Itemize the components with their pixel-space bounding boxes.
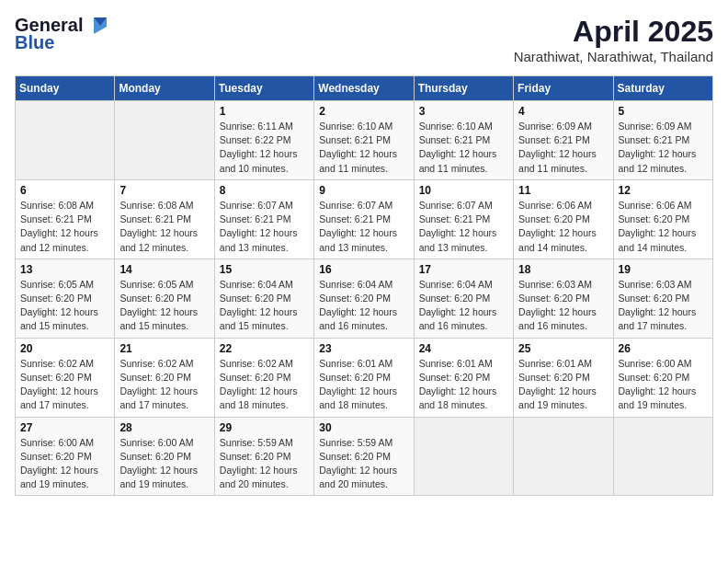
title-block: April 2025 Narathiwat, Narathiwat, Thail… <box>514 15 713 64</box>
calendar-week-3: 13Sunrise: 6:05 AM Sunset: 6:20 PM Dayli… <box>16 259 713 338</box>
day-info: Sunrise: 6:11 AM Sunset: 6:22 PM Dayligh… <box>220 120 309 176</box>
day-info: Sunrise: 6:04 AM Sunset: 6:20 PM Dayligh… <box>419 278 508 334</box>
day-number: 20 <box>20 342 109 355</box>
logo-blue: Blue <box>15 32 54 53</box>
calendar-week-5: 27Sunrise: 6:00 AM Sunset: 6:20 PM Dayli… <box>16 417 713 496</box>
month-year: April 2025 <box>514 15 713 49</box>
day-info: Sunrise: 6:05 AM Sunset: 6:20 PM Dayligh… <box>119 278 209 334</box>
day-number: 2 <box>319 105 408 118</box>
day-info: Sunrise: 6:09 AM Sunset: 6:21 PM Dayligh… <box>619 120 708 176</box>
calendar-cell: 26Sunrise: 6:00 AM Sunset: 6:20 PM Dayli… <box>613 338 712 417</box>
location: Narathiwat, Narathiwat, Thailand <box>514 49 713 64</box>
column-header-tuesday: Tuesday <box>214 76 313 101</box>
day-info: Sunrise: 6:01 AM Sunset: 6:20 PM Dayligh… <box>419 357 508 413</box>
day-number: 6 <box>20 184 109 197</box>
day-number: 3 <box>419 105 508 118</box>
calendar-cell <box>514 417 613 496</box>
calendar-header-row: SundayMondayTuesdayWednesdayThursdayFrid… <box>16 76 713 101</box>
day-number: 12 <box>619 184 708 197</box>
day-info: Sunrise: 6:04 AM Sunset: 6:20 PM Dayligh… <box>319 278 408 334</box>
calendar-cell: 15Sunrise: 6:04 AM Sunset: 6:20 PM Dayli… <box>214 259 313 338</box>
day-number: 4 <box>518 105 608 118</box>
day-number: 5 <box>619 105 708 118</box>
calendar-cell: 28Sunrise: 6:00 AM Sunset: 6:20 PM Dayli… <box>115 417 214 496</box>
day-number: 15 <box>220 263 309 276</box>
calendar-table: SundayMondayTuesdayWednesdayThursdayFrid… <box>15 75 713 496</box>
day-info: Sunrise: 6:03 AM Sunset: 6:20 PM Dayligh… <box>518 278 608 334</box>
day-info: Sunrise: 6:02 AM Sunset: 6:20 PM Dayligh… <box>20 357 109 413</box>
column-header-sunday: Sunday <box>16 76 115 101</box>
day-info: Sunrise: 6:01 AM Sunset: 6:20 PM Dayligh… <box>319 357 408 413</box>
day-number: 14 <box>119 263 209 276</box>
day-number: 8 <box>220 184 309 197</box>
day-number: 21 <box>119 342 209 355</box>
calendar-cell: 18Sunrise: 6:03 AM Sunset: 6:20 PM Dayli… <box>514 259 613 338</box>
calendar-cell: 1Sunrise: 6:11 AM Sunset: 6:22 PM Daylig… <box>214 101 313 180</box>
day-info: Sunrise: 6:10 AM Sunset: 6:21 PM Dayligh… <box>419 120 508 176</box>
day-number: 16 <box>319 263 408 276</box>
logo: General Blue <box>15 15 107 53</box>
calendar-cell: 10Sunrise: 6:07 AM Sunset: 6:21 PM Dayli… <box>414 179 513 259</box>
calendar-cell: 9Sunrise: 6:07 AM Sunset: 6:21 PM Daylig… <box>314 179 414 259</box>
calendar-cell <box>115 101 214 180</box>
day-number: 17 <box>419 263 508 276</box>
calendar-cell: 13Sunrise: 6:05 AM Sunset: 6:20 PM Dayli… <box>16 259 115 338</box>
day-info: Sunrise: 6:10 AM Sunset: 6:21 PM Dayligh… <box>319 120 408 176</box>
day-info: Sunrise: 6:01 AM Sunset: 6:20 PM Dayligh… <box>518 357 608 413</box>
calendar-cell: 17Sunrise: 6:04 AM Sunset: 6:20 PM Dayli… <box>414 259 513 338</box>
day-number: 26 <box>619 342 708 355</box>
calendar-cell: 23Sunrise: 6:01 AM Sunset: 6:20 PM Dayli… <box>314 338 414 417</box>
calendar-cell: 30Sunrise: 5:59 AM Sunset: 6:20 PM Dayli… <box>314 417 414 496</box>
page-header: General Blue April 2025 Narathiwat, Nara… <box>15 15 713 64</box>
calendar-cell: 24Sunrise: 6:01 AM Sunset: 6:20 PM Dayli… <box>414 338 513 417</box>
day-number: 10 <box>419 184 508 197</box>
day-info: Sunrise: 6:02 AM Sunset: 6:20 PM Dayligh… <box>220 357 309 413</box>
day-number: 23 <box>319 342 408 355</box>
calendar-week-4: 20Sunrise: 6:02 AM Sunset: 6:20 PM Dayli… <box>16 338 713 417</box>
day-info: Sunrise: 6:07 AM Sunset: 6:21 PM Dayligh… <box>220 199 309 255</box>
calendar-cell: 2Sunrise: 6:10 AM Sunset: 6:21 PM Daylig… <box>314 101 414 180</box>
day-info: Sunrise: 6:00 AM Sunset: 6:20 PM Dayligh… <box>119 436 209 492</box>
calendar-cell: 22Sunrise: 6:02 AM Sunset: 6:20 PM Dayli… <box>214 338 313 417</box>
column-header-friday: Friday <box>514 76 613 101</box>
day-number: 22 <box>220 342 309 355</box>
column-header-monday: Monday <box>115 76 214 101</box>
calendar-cell: 6Sunrise: 6:08 AM Sunset: 6:21 PM Daylig… <box>16 179 115 259</box>
calendar-cell: 19Sunrise: 6:03 AM Sunset: 6:20 PM Dayli… <box>613 259 712 338</box>
day-info: Sunrise: 6:02 AM Sunset: 6:20 PM Dayligh… <box>119 357 209 413</box>
calendar-cell: 16Sunrise: 6:04 AM Sunset: 6:20 PM Dayli… <box>314 259 414 338</box>
calendar-cell <box>613 417 712 496</box>
day-info: Sunrise: 6:05 AM Sunset: 6:20 PM Dayligh… <box>20 278 109 334</box>
calendar-cell: 21Sunrise: 6:02 AM Sunset: 6:20 PM Dayli… <box>115 338 214 417</box>
day-info: Sunrise: 6:06 AM Sunset: 6:20 PM Dayligh… <box>619 199 708 255</box>
day-number: 27 <box>20 421 109 434</box>
logo-icon <box>86 17 107 34</box>
calendar-cell <box>414 417 513 496</box>
day-number: 25 <box>518 342 608 355</box>
day-info: Sunrise: 5:59 AM Sunset: 6:20 PM Dayligh… <box>319 436 408 492</box>
calendar-cell: 29Sunrise: 5:59 AM Sunset: 6:20 PM Dayli… <box>214 417 313 496</box>
column-header-thursday: Thursday <box>414 76 513 101</box>
day-info: Sunrise: 6:06 AM Sunset: 6:20 PM Dayligh… <box>518 199 608 255</box>
day-number: 28 <box>119 421 209 434</box>
day-info: Sunrise: 6:09 AM Sunset: 6:21 PM Dayligh… <box>518 120 608 176</box>
calendar-cell: 27Sunrise: 6:00 AM Sunset: 6:20 PM Dayli… <box>16 417 115 496</box>
column-header-saturday: Saturday <box>613 76 712 101</box>
calendar-cell <box>16 101 115 180</box>
calendar-cell: 7Sunrise: 6:08 AM Sunset: 6:21 PM Daylig… <box>115 179 214 259</box>
column-header-wednesday: Wednesday <box>314 76 414 101</box>
day-info: Sunrise: 5:59 AM Sunset: 6:20 PM Dayligh… <box>220 436 309 492</box>
calendar-week-1: 1Sunrise: 6:11 AM Sunset: 6:22 PM Daylig… <box>16 101 713 180</box>
day-info: Sunrise: 6:04 AM Sunset: 6:20 PM Dayligh… <box>220 278 309 334</box>
day-number: 19 <box>619 263 708 276</box>
day-info: Sunrise: 6:08 AM Sunset: 6:21 PM Dayligh… <box>119 199 209 255</box>
calendar-cell: 25Sunrise: 6:01 AM Sunset: 6:20 PM Dayli… <box>514 338 613 417</box>
day-info: Sunrise: 6:00 AM Sunset: 6:20 PM Dayligh… <box>619 357 708 413</box>
calendar-cell: 4Sunrise: 6:09 AM Sunset: 6:21 PM Daylig… <box>514 101 613 180</box>
day-number: 18 <box>518 263 608 276</box>
calendar-cell: 3Sunrise: 6:10 AM Sunset: 6:21 PM Daylig… <box>414 101 513 180</box>
day-info: Sunrise: 6:07 AM Sunset: 6:21 PM Dayligh… <box>419 199 508 255</box>
day-info: Sunrise: 6:07 AM Sunset: 6:21 PM Dayligh… <box>319 199 408 255</box>
day-number: 1 <box>220 105 309 118</box>
day-number: 13 <box>20 263 109 276</box>
